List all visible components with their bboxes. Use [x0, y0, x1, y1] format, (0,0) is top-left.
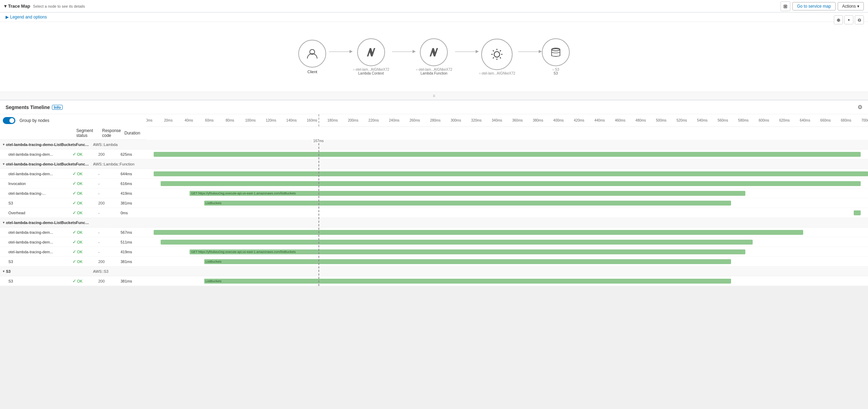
- segment-name: otel-lambda-tracing-dem...: [8, 250, 71, 254]
- zoom-in-button[interactable]: ⊕: [834, 15, 843, 24]
- time-tick: 560ms: [717, 118, 728, 122]
- segment-row[interactable]: otel-lambda-tracing-dem...✓OK-511ms: [0, 237, 868, 247]
- time-tick: 320ms: [471, 118, 482, 122]
- group-chevron-icon[interactable]: ▾: [3, 162, 5, 166]
- response-code: 200: [98, 201, 119, 205]
- segment-left: S3✓OK200381ms: [0, 278, 146, 284]
- segment-status: ✓OK: [72, 239, 97, 245]
- duration: 0ms: [121, 211, 140, 215]
- segment-bar-area: [146, 169, 868, 179]
- segment-group-header[interactable]: ▾S3AWS::S3: [0, 267, 868, 276]
- legend-bar[interactable]: ▶ Legend and options: [0, 13, 868, 22]
- node-client[interactable]: Client: [298, 40, 326, 74]
- duration: 381ms: [121, 201, 140, 205]
- segments-header: Segments Timeline Info ⚙: [0, 100, 868, 114]
- segment-group-header[interactable]: ▾otel-lambda-tracing-demo-ListBucketsFun…: [0, 159, 868, 169]
- segment-row[interactable]: Overhead✓OK-0ms: [0, 208, 868, 218]
- segment-name: otel-lambda-tracing-dem...: [8, 172, 71, 176]
- ok-icon: ✓: [72, 200, 76, 206]
- actions-button[interactable]: Actions ▾: [838, 2, 864, 10]
- time-tick: 280ms: [430, 118, 440, 122]
- chevron-down-icon: ▾: [4, 3, 7, 9]
- time-ruler-ticks: 0.0ms20ms40ms60ms80ms100ms120ms140ms160m…: [148, 116, 867, 125]
- segment-bar-area: GET https://yf0ukeuOsg.execute-api.us-ea…: [146, 247, 868, 257]
- ok-text: OK: [77, 191, 83, 195]
- client-node-circle: [298, 40, 326, 68]
- segment-group-header[interactable]: ▾otel-lambda-tracing-demo-ListBucketsFun…: [0, 218, 868, 227]
- segment-left: Invocation✓OK-616ms: [0, 180, 146, 187]
- segment-group-header[interactable]: ▾otel-lambda-tracing-demo-ListBucketsFun…: [0, 140, 868, 149]
- segment-row[interactable]: otel-lambda-tracing-dem...✓OK-567ms: [0, 227, 868, 237]
- time-tick: 20ms: [164, 118, 172, 122]
- time-tick: 360ms: [512, 118, 523, 122]
- duration: 419ms: [121, 191, 140, 195]
- group-name: otel-lambda-tracing-demo-ListBucketsFunc…: [6, 221, 90, 225]
- segment-name: S3: [8, 201, 71, 205]
- client-label: Client: [307, 70, 317, 74]
- settings-icon[interactable]: ⚙: [858, 104, 862, 110]
- group-chevron-icon[interactable]: ▾: [3, 269, 5, 273]
- group-chevron-icon[interactable]: ▾: [3, 142, 5, 146]
- time-tick: 100ms: [245, 118, 256, 122]
- segment-row[interactable]: S3✓OK200381msListBuckets: [0, 276, 868, 286]
- segment-bar: ListBuckets: [204, 201, 731, 206]
- segments-rows: ▾otel-lambda-tracing-demo-ListBucketsFun…: [0, 140, 868, 286]
- group-chevron-icon[interactable]: ▾: [3, 221, 5, 224]
- segment-status: ✓OK: [72, 171, 97, 176]
- ok-text: OK: [77, 260, 83, 264]
- time-tick: 260ms: [409, 118, 420, 122]
- segment-left: S3✓OK200381ms: [0, 200, 146, 206]
- time-tick: 640ms: [800, 118, 810, 122]
- segment-status: ✓OK: [72, 210, 97, 215]
- segment-left: otel-lambda-tracing-...✓OK-419ms: [0, 190, 146, 196]
- time-tick: 460ms: [615, 118, 625, 122]
- segment-bar: [161, 181, 861, 186]
- segment-bar-area: [146, 208, 868, 218]
- node-lambda-function[interactable]: ○ otel-lam...AIGNkeX72 Lambda Function: [416, 38, 452, 75]
- segment-name: S3: [8, 260, 71, 264]
- lambda-function-sublabel: Lambda Function: [421, 71, 447, 75]
- zoom-out-button[interactable]: ⊖: [855, 15, 864, 24]
- ok-text: OK: [77, 152, 83, 156]
- time-tick: 660ms: [820, 118, 831, 122]
- go-to-service-map-button[interactable]: Go to service map: [792, 2, 835, 10]
- ok-icon: ✓: [72, 259, 76, 264]
- time-tick: 340ms: [492, 118, 502, 122]
- expand-button[interactable]: ⊞: [781, 1, 790, 11]
- node-lambda-context[interactable]: ○ otel-lam...AIGNkeX72 Lambda Context: [353, 38, 389, 75]
- legend-chevron-icon: ▶: [6, 15, 9, 20]
- page-title: ▾ Trace Map: [4, 3, 30, 9]
- segment-left: Overhead✓OK-0ms: [0, 209, 146, 216]
- time-tick: 440ms: [594, 118, 605, 122]
- node-s3[interactable]: ○ S3 S3: [542, 38, 570, 75]
- bar-label: GET https://yf0ukeuOsg.execute-api.us-ea…: [191, 192, 295, 195]
- svg-line-8: [500, 50, 501, 51]
- segment-bar-area: ListBuckets: [146, 276, 868, 286]
- segment-row[interactable]: S3✓OK200381msListBuckets: [0, 257, 868, 267]
- time-tick: 500ms: [656, 118, 667, 122]
- group-by-nodes-toggle[interactable]: [3, 117, 15, 124]
- info-badge[interactable]: Info: [52, 105, 62, 110]
- ok-text: OK: [77, 240, 83, 244]
- time-tick: 220ms: [368, 118, 379, 122]
- zoom-reset-button[interactable]: •: [844, 15, 853, 24]
- ok-icon: ✓: [72, 210, 76, 215]
- group-header-left: ▾otel-lambda-tracing-demo-ListBucketsFun…: [0, 142, 146, 147]
- duration: 381ms: [121, 279, 140, 283]
- segment-row[interactable]: otel-lambda-tracing-...✓OK-419msGET http…: [0, 188, 868, 198]
- col-header-status: Segment status: [76, 128, 101, 138]
- segment-row[interactable]: otel-lambda-tracing-dem...✓OK200625ms: [0, 149, 868, 159]
- segment-left: otel-lambda-tracing-dem...✓OK-511ms: [0, 239, 146, 245]
- segment-left: otel-lambda-tracing-dem...✓OK-644ms: [0, 170, 146, 177]
- top-bar-left: ▾ Trace Map Select a node to see its det…: [4, 3, 85, 9]
- segment-row[interactable]: Invocation✓OK-616ms: [0, 179, 868, 188]
- time-tick: 600ms: [759, 118, 769, 122]
- segment-status: ✓OK: [72, 181, 97, 186]
- segment-name: otel-lambda-tracing-dem...: [8, 152, 71, 156]
- segment-row[interactable]: S3✓OK200381msListBuckets: [0, 198, 868, 208]
- segment-row[interactable]: otel-lambda-tracing-dem...✓OK-419msGET h…: [0, 247, 868, 257]
- resize-handle[interactable]: ≡: [0, 92, 868, 100]
- settings-status-icon: ○: [479, 71, 481, 75]
- segment-row[interactable]: otel-lambda-tracing-dem...✓OK-644ms: [0, 169, 868, 179]
- node-settings[interactable]: ○ otel-lam...AIGNkeX72: [479, 39, 515, 75]
